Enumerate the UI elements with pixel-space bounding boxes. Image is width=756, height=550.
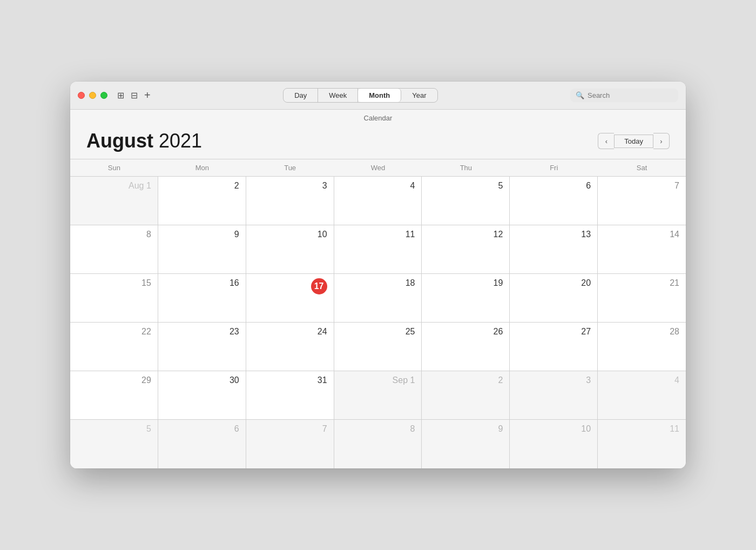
day-cell-4-5[interactable]: 3: [510, 371, 598, 419]
day-number: 28: [604, 327, 679, 337]
day-cell-5-3[interactable]: 8: [334, 420, 422, 468]
week-row-1: 891011121314: [70, 225, 686, 274]
day-cell-2-1[interactable]: 16: [158, 274, 246, 322]
day-cell-0-3[interactable]: 4: [334, 177, 422, 225]
day-number: 5: [77, 424, 151, 434]
day-number: 12: [428, 230, 503, 239]
day-number: 27: [516, 327, 591, 337]
search-bar[interactable]: 🔍: [570, 89, 678, 102]
day-cell-4-1[interactable]: 30: [158, 371, 246, 419]
maximize-button[interactable]: [100, 92, 107, 99]
day-cell-2-3[interactable]: 18: [334, 274, 422, 322]
day-number: 19: [428, 278, 503, 288]
year-value: 2021: [159, 130, 202, 152]
day-cell-0-4[interactable]: 5: [422, 177, 510, 225]
day-number: 3: [253, 181, 327, 191]
day-cell-1-4[interactable]: 12: [422, 225, 510, 273]
header-thu: Thu: [422, 159, 510, 176]
day-cell-0-1[interactable]: 2: [158, 177, 246, 225]
day-number: 2: [428, 375, 503, 385]
close-button[interactable]: [78, 92, 85, 99]
day-cell-5-1[interactable]: 6: [158, 420, 246, 468]
month-year-title: August 2021: [86, 130, 202, 152]
header-sat: Sat: [598, 159, 686, 176]
day-view-button[interactable]: Day: [284, 89, 318, 102]
day-number: 13: [516, 230, 591, 239]
inbox-icon[interactable]: ⊟: [131, 90, 138, 100]
day-number: 23: [165, 327, 239, 337]
day-cell-4-6[interactable]: 4: [598, 371, 686, 419]
day-cell-1-5[interactable]: 13: [510, 225, 598, 273]
header-wed: Wed: [334, 159, 422, 176]
day-cell-0-6[interactable]: 7: [598, 177, 686, 225]
day-cell-3-4[interactable]: 26: [422, 323, 510, 371]
day-cell-4-2[interactable]: 31: [246, 371, 334, 419]
day-cell-3-2[interactable]: 24: [246, 323, 334, 371]
day-cell-4-3[interactable]: Sep 1: [334, 371, 422, 419]
minimize-button[interactable]: [89, 92, 96, 99]
day-number: 24: [253, 327, 327, 337]
day-cell-3-6[interactable]: 28: [598, 323, 686, 371]
prev-month-button[interactable]: ‹: [598, 133, 614, 149]
day-cell-0-2[interactable]: 3: [246, 177, 334, 225]
day-cell-3-3[interactable]: 25: [334, 323, 422, 371]
day-number: 11: [604, 424, 679, 434]
day-number: 3: [516, 375, 591, 385]
day-cell-3-1[interactable]: 23: [158, 323, 246, 371]
titlebar: ⊞ ⊟ + Day Week Month Year 🔍: [70, 82, 686, 110]
today-number: 17: [311, 278, 327, 294]
weeks-container: Aug 123456789101112131415161718192021222…: [70, 177, 686, 468]
app-title: Calendar: [70, 110, 686, 124]
next-month-button[interactable]: ›: [653, 133, 670, 149]
day-cell-3-0[interactable]: 22: [70, 323, 158, 371]
month-view-button[interactable]: Month: [358, 89, 401, 102]
day-number: 30: [165, 375, 239, 385]
header-tue: Tue: [246, 159, 334, 176]
search-icon: 🔍: [576, 91, 584, 99]
day-number: 22: [77, 327, 151, 337]
day-cell-4-4[interactable]: 2: [422, 371, 510, 419]
week-row-5: 567891011: [70, 420, 686, 468]
year-view-button[interactable]: Year: [401, 89, 437, 102]
day-number: 14: [604, 230, 679, 239]
day-number: 10: [516, 424, 591, 434]
day-number: 2: [165, 181, 239, 191]
day-number: 25: [341, 327, 415, 337]
day-cell-1-6[interactable]: 14: [598, 225, 686, 273]
day-cell-0-5[interactable]: 6: [510, 177, 598, 225]
day-cell-1-0[interactable]: 8: [70, 225, 158, 273]
week-view-button[interactable]: Week: [318, 89, 358, 102]
day-number: 10: [253, 230, 327, 239]
search-input[interactable]: [588, 91, 673, 99]
day-number: Sep 1: [341, 375, 415, 385]
day-cell-5-5[interactable]: 10: [510, 420, 598, 468]
calendar-window: ⊞ ⊟ + Day Week Month Year 🔍 Calendar Aug…: [70, 82, 686, 468]
day-cell-0-0[interactable]: Aug 1: [70, 177, 158, 225]
calendar-grid: Sun Mon Tue Wed Thu Fri Sat Aug 12345678…: [70, 159, 686, 468]
day-number: 26: [428, 327, 503, 337]
day-cell-2-5[interactable]: 20: [510, 274, 598, 322]
week-row-2: 15161718192021: [70, 274, 686, 323]
day-cell-2-4[interactable]: 19: [422, 274, 510, 322]
day-cell-4-0[interactable]: 29: [70, 371, 158, 419]
day-number: 29: [77, 375, 151, 385]
day-cell-2-2[interactable]: 17: [246, 274, 334, 322]
day-number: 31: [253, 375, 327, 385]
day-cell-5-4[interactable]: 9: [422, 420, 510, 468]
day-number: 8: [341, 424, 415, 434]
traffic-lights: [78, 92, 107, 99]
day-cell-5-0[interactable]: 5: [70, 420, 158, 468]
day-cell-1-1[interactable]: 9: [158, 225, 246, 273]
week-row-0: Aug 1234567: [70, 177, 686, 225]
day-cell-1-2[interactable]: 10: [246, 225, 334, 273]
day-cell-1-3[interactable]: 11: [334, 225, 422, 273]
day-cell-2-0[interactable]: 15: [70, 274, 158, 322]
day-headers: Sun Mon Tue Wed Thu Fri Sat: [70, 159, 686, 177]
today-button[interactable]: Today: [614, 135, 653, 148]
day-cell-5-2[interactable]: 7: [246, 420, 334, 468]
day-cell-2-6[interactable]: 21: [598, 274, 686, 322]
day-cell-3-5[interactable]: 27: [510, 323, 598, 371]
add-button[interactable]: +: [144, 89, 151, 102]
day-cell-5-6[interactable]: 11: [598, 420, 686, 468]
calendar-icon[interactable]: ⊞: [117, 90, 124, 100]
